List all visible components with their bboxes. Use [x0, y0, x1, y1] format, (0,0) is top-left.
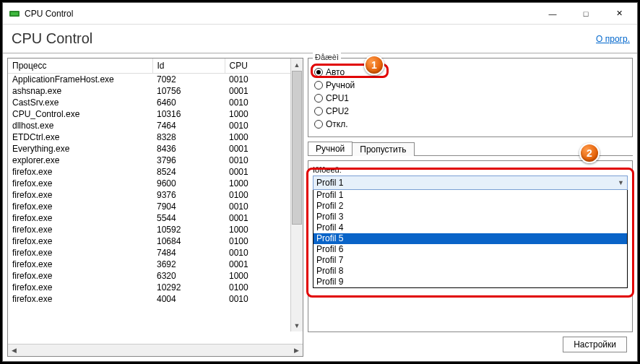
table-row[interactable]: firefox.exe40040010 — [8, 293, 303, 305]
scroll-up-icon[interactable]: ▲ — [291, 58, 303, 71]
cell-id: 8328 — [152, 131, 225, 143]
profile-combo[interactable]: Profil 1 ▼ — [313, 176, 628, 190]
cell-process: dllhost.exe — [8, 120, 152, 131]
process-list-pane: Процесс Id CPU ApplicationFrameHost.exe7… — [7, 58, 303, 357]
profile-option[interactable]: Profil 9 — [313, 277, 627, 287]
table-row[interactable]: dllhost.exe74640010 — [8, 120, 303, 131]
about-link[interactable]: О прогр. — [596, 34, 630, 44]
cell-process: firefox.exe — [8, 189, 152, 201]
cell-id: 10756 — [152, 85, 225, 97]
cell-process: explorer.exe — [8, 155, 152, 166]
profile-option[interactable]: Profil 7 — [313, 255, 627, 266]
minimize-button[interactable]: — — [536, 3, 569, 24]
mode-option[interactable]: CPU2 — [314, 105, 626, 118]
tab-skip[interactable]: Пропустить — [352, 142, 414, 156]
table-row[interactable]: firefox.exe105921000 — [8, 224, 303, 235]
cell-process: firefox.exe — [8, 270, 152, 282]
cell-id: 7092 — [152, 73, 225, 85]
cell-process: Everything.exe — [8, 143, 152, 155]
cell-process: firefox.exe — [8, 259, 152, 270]
mode-option[interactable]: Авто — [314, 66, 626, 79]
scroll-right-icon[interactable]: ▶ — [290, 345, 303, 356]
mode-group: Ðåæèì АвтоРучнойCPU1CPU2Откл. — [308, 58, 633, 137]
cell-id: 9600 — [152, 178, 225, 189]
cell-process: firefox.exe — [8, 178, 152, 189]
table-row[interactable]: firefox.exe63201000 — [8, 270, 303, 282]
cell-id: 6320 — [152, 270, 225, 282]
table-row[interactable]: firefox.exe96001000 — [8, 178, 303, 189]
cell-process: firefox.exe — [8, 212, 152, 224]
right-pane: Ðåæèì АвтоРучнойCPU1CPU2Откл. Ручной Про… — [308, 58, 633, 357]
chevron-down-icon: ▼ — [618, 179, 624, 186]
cell-process: firefox.exe — [8, 235, 152, 247]
cell-id: 8524 — [152, 166, 225, 178]
radio-icon — [314, 120, 323, 129]
vertical-scrollbar[interactable]: ▲ ▼ — [290, 58, 303, 332]
profile-option[interactable]: Profil 6 — [313, 244, 627, 255]
table-row[interactable]: firefox.exe55440001 — [8, 212, 303, 224]
profile-option[interactable]: Profil 1 — [313, 190, 627, 201]
cell-id: 10316 — [152, 108, 225, 120]
footer: Настройки — [308, 332, 633, 357]
cell-id: 9376 — [152, 189, 225, 201]
tab-manual[interactable]: Ручной — [308, 142, 353, 155]
profile-label: Iðîôeeü: — [313, 165, 628, 174]
profile-option[interactable]: Profil 2 — [313, 201, 627, 212]
profile-dropdown-list[interactable]: Profil 1Profil 2Profil 3Profil 4Profil 5… — [313, 189, 628, 288]
cell-process: firefox.exe — [8, 166, 152, 178]
cell-id: 5544 — [152, 212, 225, 224]
table-row[interactable]: firefox.exe79040010 — [8, 201, 303, 212]
table-row[interactable]: explorer.exe37960010 — [8, 155, 303, 166]
table-row[interactable]: firefox.exe102920100 — [8, 282, 303, 293]
close-button[interactable]: ✕ — [602, 3, 636, 24]
mode-option[interactable]: CPU1 — [314, 92, 626, 105]
settings-button[interactable]: Настройки — [563, 337, 627, 352]
cell-process: firefox.exe — [8, 201, 152, 212]
horizontal-scrollbar[interactable]: ◀ ▶ — [8, 344, 303, 356]
scroll-down-icon[interactable]: ▼ — [291, 319, 303, 332]
scroll-left-icon[interactable]: ◀ — [8, 345, 20, 356]
window-title: CPU Control — [25, 9, 536, 19]
col-process[interactable]: Процесс — [8, 58, 152, 73]
maximize-button[interactable]: □ — [569, 3, 602, 24]
table-row[interactable]: ApplicationFrameHost.exe70920010 — [8, 73, 303, 85]
page-title: CPU Control — [12, 30, 596, 47]
mode-option[interactable]: Откл. — [314, 118, 626, 131]
cell-id: 10684 — [152, 235, 225, 247]
titlebar: CPU Control — □ ✕ — [3, 3, 637, 25]
window-controls: — □ ✕ — [536, 3, 636, 24]
header-area: CPU Control О прогр. — [3, 25, 637, 53]
cell-process: ashsnap.exe — [8, 85, 152, 97]
table-row[interactable]: firefox.exe85240001 — [8, 166, 303, 178]
table-row[interactable]: Everything.exe84360001 — [8, 143, 303, 155]
cell-process: firefox.exe — [8, 247, 152, 259]
svg-rect-1 — [11, 12, 18, 15]
profile-option[interactable]: Profil 8 — [313, 266, 627, 277]
table-row[interactable]: CPU_Control.exe103161000 — [8, 108, 303, 120]
cell-id: 6460 — [152, 97, 225, 108]
profile-option[interactable]: Profil 3 — [313, 212, 627, 222]
mode-label: CPU2 — [326, 106, 349, 116]
cell-id: 4004 — [152, 293, 225, 305]
radio-icon — [314, 107, 323, 116]
table-row[interactable]: firefox.exe74840010 — [8, 247, 303, 259]
table-row[interactable]: CastSrv.exe64600010 — [8, 97, 303, 108]
cell-process: ApplicationFrameHost.exe — [8, 73, 152, 85]
app-icon — [9, 8, 20, 20]
radio-icon — [314, 68, 323, 77]
cell-process: CPU_Control.exe — [8, 108, 152, 120]
annotation-badge-2: 2 — [579, 143, 600, 163]
table-row[interactable]: ashsnap.exe107560001 — [8, 85, 303, 97]
col-id[interactable]: Id — [152, 58, 225, 73]
cell-process: firefox.exe — [8, 282, 152, 293]
profile-option[interactable]: Profil 4 — [313, 222, 627, 233]
mode-option[interactable]: Ручной — [314, 79, 626, 92]
process-table[interactable]: Процесс Id CPU ApplicationFrameHost.exe7… — [8, 58, 303, 305]
table-row[interactable]: firefox.exe36920001 — [8, 259, 303, 270]
table-row[interactable]: firefox.exe106840100 — [8, 235, 303, 247]
table-row[interactable]: ETDCtrl.exe83281000 — [8, 131, 303, 143]
cell-process: firefox.exe — [8, 293, 152, 305]
table-row[interactable]: firefox.exe93760100 — [8, 189, 303, 201]
profile-option[interactable]: Profil 5 — [313, 233, 627, 244]
cell-id: 7484 — [152, 247, 225, 259]
